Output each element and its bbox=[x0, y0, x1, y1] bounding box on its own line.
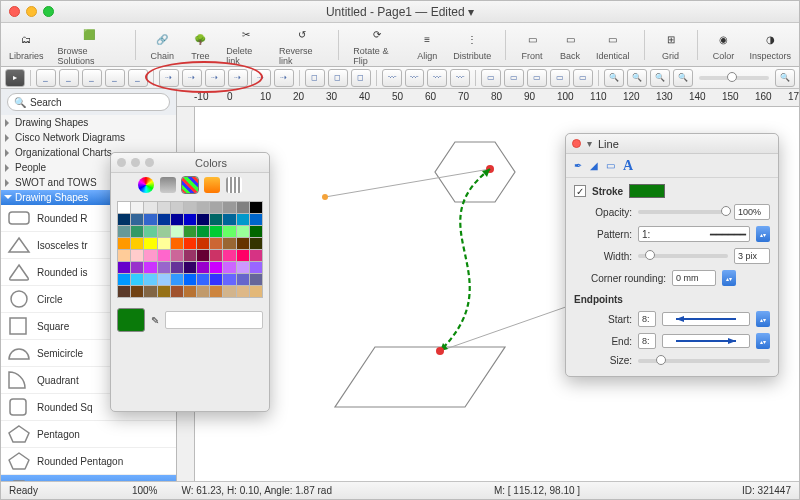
color-swatch[interactable] bbox=[223, 226, 235, 237]
color-swatch[interactable] bbox=[210, 238, 222, 249]
color-swatch[interactable] bbox=[210, 214, 222, 225]
container-tool-button[interactable]: ▭ bbox=[550, 69, 570, 87]
width-slider[interactable] bbox=[638, 254, 728, 258]
color-swatch[interactable] bbox=[131, 202, 143, 213]
link-tool-button[interactable]: ⇢ bbox=[159, 69, 179, 87]
zoom-in-icon[interactable]: 🔍 bbox=[673, 69, 693, 87]
color-swatch[interactable] bbox=[210, 262, 222, 273]
color-swatch[interactable] bbox=[197, 250, 209, 261]
color-swatch[interactable] bbox=[118, 250, 130, 261]
shape-item[interactable]: Equilateral hexagon bbox=[1, 475, 176, 481]
draw-tool-button[interactable]: 〰 bbox=[450, 69, 470, 87]
palettes-icon[interactable] bbox=[182, 177, 198, 193]
color-button[interactable]: ◉Color bbox=[711, 28, 735, 61]
color-swatch[interactable] bbox=[197, 214, 209, 225]
color-swatch[interactable] bbox=[197, 226, 209, 237]
start-value[interactable]: 8: bbox=[638, 311, 656, 327]
color-swatch[interactable] bbox=[158, 226, 170, 237]
size-slider[interactable] bbox=[638, 359, 770, 363]
width-value[interactable]: 3 pix bbox=[734, 248, 770, 264]
color-swatch[interactable] bbox=[210, 226, 222, 237]
color-swatch[interactable] bbox=[144, 274, 156, 285]
color-swatch[interactable] bbox=[184, 274, 196, 285]
color-swatch[interactable] bbox=[158, 214, 170, 225]
color-swatch[interactable] bbox=[118, 202, 130, 213]
color-swatch[interactable] bbox=[250, 214, 262, 225]
inspectors-button[interactable]: ◑Inspectors bbox=[749, 28, 791, 61]
color-swatch[interactable] bbox=[184, 238, 196, 249]
grid-button[interactable]: ⊞Grid bbox=[659, 28, 683, 61]
color-swatch[interactable] bbox=[210, 250, 222, 261]
link-tool-button[interactable]: ⇢ bbox=[182, 69, 202, 87]
link-tool-button[interactable]: ⇢ bbox=[274, 69, 294, 87]
back-button[interactable]: ▭Back bbox=[558, 28, 582, 61]
start-stepper[interactable]: ▴▾ bbox=[756, 311, 770, 327]
color-swatch[interactable] bbox=[171, 238, 183, 249]
color-swatch[interactable] bbox=[197, 262, 209, 273]
color-swatch[interactable] bbox=[171, 226, 183, 237]
zoom-out-icon[interactable]: 🔍 bbox=[775, 69, 795, 87]
link-tool-button[interactable]: ⇢ bbox=[228, 69, 248, 87]
start-arrow-preview[interactable] bbox=[662, 312, 750, 326]
color-swatch[interactable] bbox=[131, 214, 143, 225]
container-tool-button[interactable]: ▭ bbox=[527, 69, 547, 87]
rotate-flip-button[interactable]: ⟳Rotate & Flip bbox=[353, 23, 401, 66]
color-swatch[interactable] bbox=[250, 274, 262, 285]
color-swatch[interactable] bbox=[131, 286, 143, 297]
color-swatch[interactable] bbox=[171, 262, 183, 273]
fill-tab-icon[interactable]: ◢ bbox=[590, 160, 598, 171]
zoom-icon[interactable] bbox=[145, 158, 154, 167]
color-swatch[interactable] bbox=[223, 286, 235, 297]
category-item[interactable]: Cisco Network Diagrams bbox=[1, 130, 176, 145]
color-swatch[interactable] bbox=[171, 214, 183, 225]
identical-button[interactable]: ▭Identical bbox=[596, 28, 630, 61]
color-swatch[interactable] bbox=[223, 262, 235, 273]
color-swatch[interactable] bbox=[223, 214, 235, 225]
line-inspector-panel[interactable]: ▾ Line ✒ ◢ ▭ A ✓ Stroke Opacity: 100% Pa… bbox=[565, 133, 779, 377]
color-swatch[interactable] bbox=[197, 274, 209, 285]
color-swatch[interactable] bbox=[131, 274, 143, 285]
color-swatch[interactable] bbox=[184, 214, 196, 225]
reverse-link-button[interactable]: ↺Reverse link bbox=[279, 23, 325, 66]
color-swatch[interactable] bbox=[184, 250, 196, 261]
container-tool-button[interactable]: ▭ bbox=[504, 69, 524, 87]
image-palette-icon[interactable] bbox=[204, 177, 220, 193]
color-swatch[interactable] bbox=[118, 226, 130, 237]
libraries-button[interactable]: 🗂Libraries bbox=[9, 28, 44, 61]
zoom-fit-button[interactable]: 🔍 bbox=[627, 69, 647, 87]
color-swatch[interactable] bbox=[158, 238, 170, 249]
align-button[interactable]: ≡Align bbox=[415, 28, 439, 61]
opacity-value[interactable]: 100% bbox=[734, 204, 770, 220]
zoom-actual-button[interactable]: 🔍 bbox=[650, 69, 670, 87]
pointer-tool-button[interactable]: ▸ bbox=[5, 69, 25, 87]
color-swatch[interactable] bbox=[197, 202, 209, 213]
color-swatch[interactable] bbox=[158, 250, 170, 261]
color-swatch[interactable] bbox=[250, 202, 262, 213]
zoom-slider[interactable] bbox=[699, 76, 769, 80]
connector-button[interactable]: ⎯ bbox=[59, 69, 79, 87]
pen-tab-icon[interactable]: ✒ bbox=[574, 160, 582, 171]
corner-stepper[interactable]: ▴▾ bbox=[722, 270, 736, 286]
zoom-out-button[interactable]: 🔍 bbox=[604, 69, 624, 87]
color-swatch[interactable] bbox=[158, 202, 170, 213]
link-tool-button[interactable]: ⇢ bbox=[205, 69, 225, 87]
color-swatch[interactable] bbox=[118, 238, 130, 249]
color-swatch[interactable] bbox=[131, 262, 143, 273]
color-swatch[interactable] bbox=[197, 238, 209, 249]
shape-item[interactable]: Pentagon bbox=[1, 421, 176, 448]
color-swatch[interactable] bbox=[237, 286, 249, 297]
color-swatch[interactable] bbox=[237, 226, 249, 237]
pattern-stepper[interactable]: ▴▾ bbox=[756, 226, 770, 242]
connector-line[interactable] bbox=[325, 169, 490, 197]
connector-line[interactable] bbox=[440, 302, 580, 351]
color-swatch[interactable] bbox=[171, 274, 183, 285]
color-swatch[interactable] bbox=[237, 274, 249, 285]
end-arrow-preview[interactable] bbox=[662, 334, 750, 348]
shape-item[interactable]: Rounded Pentagon bbox=[1, 448, 176, 475]
color-swatch[interactable] bbox=[223, 274, 235, 285]
color-swatch[interactable] bbox=[184, 262, 196, 273]
front-button[interactable]: ▭Front bbox=[520, 28, 544, 61]
color-swatch[interactable] bbox=[158, 274, 170, 285]
minimize-icon[interactable] bbox=[131, 158, 140, 167]
color-swatch[interactable] bbox=[144, 226, 156, 237]
